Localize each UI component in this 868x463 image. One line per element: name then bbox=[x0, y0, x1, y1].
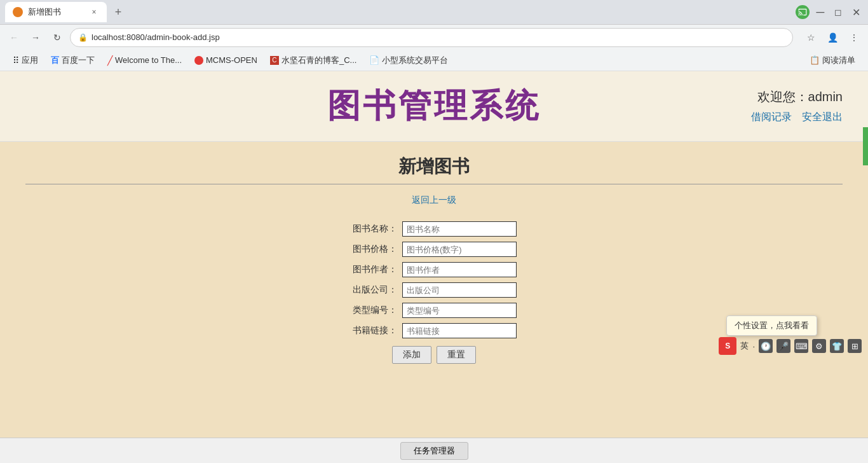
csdn-icon: C bbox=[270, 56, 279, 65]
label-book-price: 图书价格： bbox=[351, 244, 402, 255]
ime-mic-icon[interactable]: 🎤 bbox=[776, 339, 790, 353]
form-row-link: 书籍链接： bbox=[351, 323, 517, 338]
form-row-publisher: 出版公司： bbox=[351, 282, 517, 298]
address-bar-row: ← → ↻ 🔒 ☆ 👤 ⋮ bbox=[0, 24, 868, 50]
address-input[interactable] bbox=[92, 32, 785, 42]
label-book-name: 图书名称： bbox=[351, 223, 402, 235]
site-title: 图书管理系统 bbox=[230, 84, 639, 128]
book-price-input[interactable] bbox=[402, 242, 517, 257]
form-row-type: 类型编号： bbox=[351, 303, 517, 318]
cast-button[interactable] bbox=[796, 5, 810, 19]
welcome-text: 欢迎您：admin bbox=[757, 88, 843, 106]
ime-tooltip: 个性设置，点我看看 bbox=[726, 315, 817, 336]
label-book-publisher: 出版公司： bbox=[351, 284, 402, 296]
bookmark-mcms[interactable]: MCMS-OPEN bbox=[189, 53, 262, 67]
minimize-button[interactable]: ─ bbox=[813, 5, 827, 19]
reading-list-icon: 📋 bbox=[810, 55, 820, 65]
ime-shirt-icon[interactable]: 👕 bbox=[830, 339, 844, 353]
tab-bar: 新增图书 × + ─ ◻ ✕ bbox=[0, 0, 868, 24]
menu-button[interactable]: ⋮ bbox=[845, 29, 863, 46]
label-book-type: 类型编号： bbox=[351, 305, 402, 316]
book-type-input[interactable] bbox=[402, 303, 517, 318]
forward-button[interactable]: → bbox=[27, 29, 44, 46]
close-window-button[interactable]: ✕ bbox=[849, 5, 863, 19]
address-bar-container[interactable]: 🔒 bbox=[70, 28, 793, 47]
ime-bar: S 英 · 🕐 🎤 ⌨ ⚙ 👕 ⊞ bbox=[719, 337, 862, 355]
page-header: 图书管理系统 欢迎您：admin 借阅记录 安全退出 bbox=[0, 71, 868, 142]
scrollbar-indicator[interactable] bbox=[863, 127, 868, 165]
ime-settings-icon[interactable]: ⚙ bbox=[812, 339, 826, 353]
bookmark-trade-label: 小型系统交易平台 bbox=[382, 55, 448, 66]
apps-icon: ⠿ bbox=[13, 55, 19, 66]
reset-button[interactable]: 重置 bbox=[437, 346, 476, 364]
bookmark-baidu-label: 百度一下 bbox=[62, 55, 95, 66]
logout-link[interactable]: 安全退出 bbox=[802, 111, 843, 124]
welcome-icon: ╱ bbox=[107, 55, 112, 66]
bookmark-csdn-label: 水坚石青的博客_C... bbox=[281, 55, 356, 66]
bookmark-baidu[interactable]: 百 百度一下 bbox=[46, 52, 100, 69]
book-author-input[interactable] bbox=[402, 262, 517, 277]
tab-title: 新增图书 bbox=[28, 6, 61, 18]
form-row-name: 图书名称： bbox=[351, 221, 517, 237]
ime-keyboard-icon[interactable]: ⌨ bbox=[794, 339, 808, 353]
back-link[interactable]: 返回上一级 bbox=[412, 195, 456, 205]
lock-icon: 🔒 bbox=[78, 33, 88, 42]
browser-action-buttons: ☆ 👤 ⋮ bbox=[802, 29, 863, 46]
page-content: 图书管理系统 欢迎您：admin 借阅记录 安全退出 新增图书 返回上一级 图书… bbox=[0, 71, 868, 440]
reading-list-button[interactable]: 📋 阅读清单 bbox=[804, 52, 860, 69]
form-buttons: 添加 重置 bbox=[392, 346, 476, 364]
maximize-button[interactable]: ◻ bbox=[831, 5, 845, 19]
taskbar: 任务管理器 bbox=[0, 438, 868, 440]
bookmark-csdn[interactable]: C 水坚石青的博客_C... bbox=[265, 52, 362, 69]
reading-list-label: 阅读清单 bbox=[822, 55, 855, 66]
book-link-input[interactable] bbox=[402, 323, 517, 338]
ime-grid-icon[interactable]: ⊞ bbox=[848, 339, 862, 353]
book-name-input[interactable] bbox=[402, 221, 517, 237]
book-publisher-input[interactable] bbox=[402, 282, 517, 298]
active-tab[interactable]: 新增图书 × bbox=[5, 2, 107, 22]
profile-button[interactable]: 👤 bbox=[824, 29, 841, 46]
header-links: 借阅记录 安全退出 bbox=[751, 111, 843, 124]
bookmark-welcome[interactable]: ╱ Welcome to The... bbox=[102, 53, 187, 68]
label-book-author: 图书作者： bbox=[351, 264, 402, 275]
new-tab-button[interactable]: + bbox=[109, 3, 127, 21]
bookmark-apps[interactable]: ⠿ 应用 bbox=[8, 52, 43, 69]
trade-icon: 📄 bbox=[369, 55, 379, 65]
form-row-author: 图书作者： bbox=[351, 262, 517, 277]
mcms-icon bbox=[194, 56, 203, 65]
ime-clock-icon[interactable]: 🕐 bbox=[759, 339, 773, 353]
label-book-link: 书籍链接： bbox=[351, 325, 402, 336]
ime-separator: · bbox=[752, 342, 755, 351]
tab-close-button[interactable]: × bbox=[89, 7, 99, 17]
bookmark-trade[interactable]: 📄 小型系统交易平台 bbox=[364, 52, 453, 69]
bookmarks-bar: ⠿ 应用 百 百度一下 ╱ Welcome to The... MCMS-OPE… bbox=[0, 50, 868, 71]
back-button[interactable]: ← bbox=[5, 29, 23, 46]
bookmark-welcome-label: Welcome to The... bbox=[115, 55, 182, 65]
ime-text: 英 bbox=[740, 340, 749, 352]
browser-window: 新增图书 × + ─ ◻ ✕ ← → ↻ 🔒 ☆ 👤 ⋮ ⠿ 应 bbox=[0, 0, 868, 71]
title-divider bbox=[25, 184, 843, 184]
add-button[interactable]: 添加 bbox=[392, 346, 431, 364]
page-title: 新增图书 bbox=[25, 155, 843, 179]
bookmark-apps-label: 应用 bbox=[22, 55, 38, 66]
form-row-price: 图书价格： bbox=[351, 242, 517, 257]
bookmark-mcms-label: MCMS-OPEN bbox=[206, 55, 257, 65]
tab-favicon bbox=[13, 7, 23, 17]
ime-main-icon[interactable]: S bbox=[719, 337, 736, 355]
back-link-container: 返回上一级 bbox=[25, 195, 843, 206]
baidu-icon: 百 bbox=[51, 55, 59, 66]
bookmark-button[interactable]: ☆ bbox=[802, 29, 820, 46]
borrow-record-link[interactable]: 借阅记录 bbox=[751, 111, 792, 124]
reload-button[interactable]: ↻ bbox=[48, 29, 66, 46]
